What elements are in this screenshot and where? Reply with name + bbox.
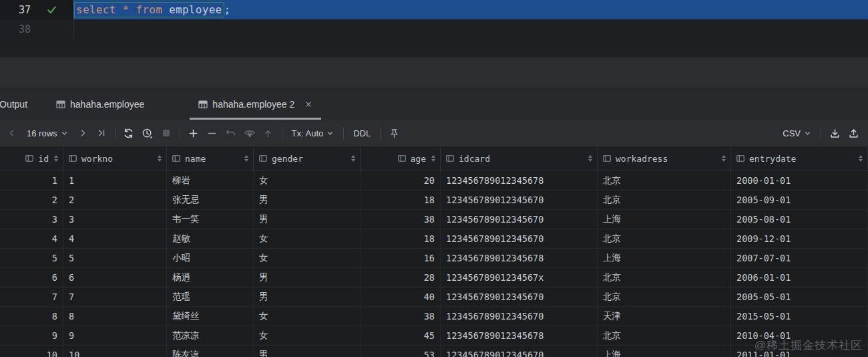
cell-entrydate[interactable]: 2005-09-01 bbox=[731, 191, 868, 210]
cell-entrydate[interactable]: 2011-01-01 bbox=[731, 346, 868, 357]
cell-name[interactable]: 范凉凉 bbox=[167, 326, 254, 346]
cell-entrydate[interactable]: 2005-08-01 bbox=[731, 210, 868, 229]
cell-workadress[interactable]: 北京 bbox=[598, 326, 731, 346]
sort-arrows-icon[interactable] bbox=[351, 155, 355, 162]
undo-icon[interactable] bbox=[222, 124, 240, 142]
cell-gender[interactable]: 女 bbox=[254, 171, 361, 191]
cell-idcard[interactable]: 123456789012345670 bbox=[441, 229, 598, 249]
tab-hahaha-employee[interactable]: hahaha.employee bbox=[47, 89, 152, 120]
cell-workno[interactable]: 5 bbox=[63, 249, 167, 268]
cell-id[interactable]: 5 bbox=[0, 249, 63, 268]
cell-age[interactable]: 16 bbox=[361, 249, 441, 268]
cell-age[interactable]: 38 bbox=[361, 210, 441, 229]
cell-idcard[interactable]: 123456789012345678 bbox=[441, 249, 598, 268]
cell-workno[interactable]: 7 bbox=[63, 287, 167, 307]
cell-idcard[interactable]: 123456789012345670 bbox=[441, 346, 598, 357]
cell-id[interactable]: 9 bbox=[0, 326, 63, 346]
close-icon[interactable] bbox=[304, 100, 313, 109]
cell-gender[interactable]: 男 bbox=[254, 210, 361, 229]
sql-statement-line[interactable]: select * from employee; bbox=[73, 0, 868, 19]
cell-age[interactable]: 20 bbox=[361, 171, 441, 191]
cell-name[interactable]: 韦一笑 bbox=[167, 210, 254, 229]
stop-button[interactable] bbox=[157, 124, 176, 142]
column-header-idcard[interactable]: idcard bbox=[441, 146, 598, 170]
cell-idcard[interactable]: 12345678901234567x bbox=[441, 268, 598, 287]
cell-id[interactable]: 3 bbox=[0, 210, 63, 229]
cell-workno[interactable]: 9 bbox=[63, 326, 167, 346]
cell-age[interactable]: 45 bbox=[361, 326, 441, 346]
cell-gender[interactable]: 女 bbox=[254, 249, 361, 268]
cell-entrydate[interactable]: 2010-04-01 bbox=[731, 326, 868, 346]
cell-workadress[interactable]: 上海 bbox=[598, 249, 731, 268]
column-header-gender[interactable]: gender bbox=[254, 146, 361, 170]
cell-gender[interactable]: 男 bbox=[254, 346, 361, 357]
cell-name[interactable]: 范瑶 bbox=[167, 287, 254, 307]
cell-gender[interactable]: 女 bbox=[254, 326, 361, 346]
cell-workno[interactable]: 1 bbox=[63, 171, 167, 191]
cell-entrydate[interactable]: 2007-07-01 bbox=[731, 249, 868, 268]
sort-arrows-icon[interactable] bbox=[54, 155, 58, 162]
preview-changes-icon[interactable] bbox=[240, 124, 259, 142]
cell-entrydate[interactable]: 2015-05-01 bbox=[731, 307, 868, 326]
export-format-dropdown[interactable]: CSV bbox=[777, 128, 817, 138]
cell-id[interactable]: 10 bbox=[0, 346, 63, 357]
cell-workno[interactable]: 2 bbox=[63, 191, 167, 210]
cell-name[interactable]: 张无忌 bbox=[167, 191, 254, 210]
cell-entrydate[interactable]: 2006-01-01 bbox=[731, 268, 868, 287]
cell-gender[interactable]: 男 bbox=[254, 287, 361, 307]
add-row-button[interactable] bbox=[184, 124, 203, 142]
cell-id[interactable]: 6 bbox=[0, 268, 63, 287]
cell-workno[interactable]: 6 bbox=[63, 268, 167, 287]
delete-row-button[interactable] bbox=[203, 124, 222, 142]
next-page-button[interactable] bbox=[73, 124, 92, 142]
cell-workadress[interactable]: 天津 bbox=[598, 307, 731, 326]
sort-arrows-icon[interactable] bbox=[158, 155, 162, 162]
tab-output[interactable]: Output bbox=[0, 89, 35, 120]
column-header-id[interactable]: id bbox=[0, 146, 63, 170]
cell-idcard[interactable]: 123456789012345670 bbox=[441, 191, 598, 210]
cell-name[interactable]: 赵敏 bbox=[167, 229, 254, 249]
history-clock-button[interactable] bbox=[138, 124, 157, 142]
cell-id[interactable]: 1 bbox=[0, 171, 63, 191]
sort-arrows-icon[interactable] bbox=[722, 155, 726, 162]
cell-workno[interactable]: 10 bbox=[63, 346, 167, 357]
cell-age[interactable]: 18 bbox=[361, 229, 441, 249]
cell-workno[interactable]: 3 bbox=[63, 210, 167, 229]
sort-arrows-icon[interactable] bbox=[588, 155, 592, 162]
cell-age[interactable]: 28 bbox=[361, 268, 441, 287]
cell-entrydate[interactable]: 2005-05-01 bbox=[731, 287, 868, 307]
cell-idcard[interactable]: 123456789012345678 bbox=[441, 171, 598, 191]
cell-entrydate[interactable]: 2000-01-01 bbox=[731, 171, 868, 191]
submit-icon[interactable] bbox=[259, 124, 278, 142]
column-header-age[interactable]: age bbox=[361, 146, 441, 170]
cell-age[interactable]: 38 bbox=[361, 307, 441, 326]
cell-name[interactable]: 小昭 bbox=[167, 249, 254, 268]
statement-success-check-icon[interactable] bbox=[31, 4, 72, 15]
cell-workadress[interactable]: 北京 bbox=[598, 287, 731, 307]
cell-workno[interactable]: 4 bbox=[63, 229, 167, 249]
cell-id[interactable]: 7 bbox=[0, 287, 63, 307]
cell-idcard[interactable]: 123456789012345670 bbox=[441, 210, 598, 229]
cell-workadress[interactable]: 北京 bbox=[598, 229, 731, 249]
cell-id[interactable]: 4 bbox=[0, 229, 63, 249]
cell-age[interactable]: 40 bbox=[361, 287, 441, 307]
tab-hahaha-employee-2[interactable]: hahaha.employee 2 bbox=[190, 89, 321, 120]
sort-arrows-icon[interactable] bbox=[859, 155, 863, 162]
cell-workadress[interactable]: 北京 bbox=[598, 171, 731, 191]
column-header-name[interactable]: name bbox=[167, 146, 254, 170]
column-header-workno[interactable]: workno bbox=[63, 146, 167, 170]
cell-gender[interactable]: 男 bbox=[254, 191, 361, 210]
cell-name[interactable]: 黛绮丝 bbox=[167, 307, 254, 326]
first-page-button[interactable] bbox=[3, 124, 21, 142]
cell-idcard[interactable]: 123456789012345670 bbox=[441, 287, 598, 307]
sort-arrows-icon[interactable] bbox=[244, 155, 248, 162]
cell-gender[interactable]: 女 bbox=[254, 307, 361, 326]
cell-gender[interactable]: 女 bbox=[254, 229, 361, 249]
column-header-entrydate[interactable]: entrydate bbox=[731, 146, 868, 170]
cell-name[interactable]: 杨逍 bbox=[167, 268, 254, 287]
upload-icon[interactable] bbox=[844, 124, 863, 142]
cell-age[interactable]: 53 bbox=[361, 346, 441, 357]
cell-workadress[interactable]: 上海 bbox=[598, 346, 731, 357]
cell-workadress[interactable]: 北京 bbox=[598, 191, 731, 210]
ddl-button[interactable]: DDL bbox=[348, 128, 376, 138]
